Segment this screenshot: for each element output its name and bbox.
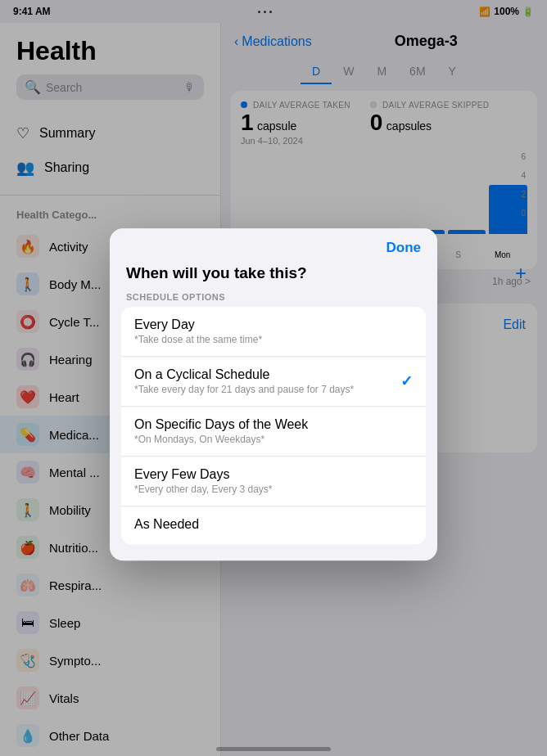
- option-cyclical[interactable]: On a Cyclical Schedule *Take every day f…: [121, 357, 426, 407]
- option-subtitle: *Every other day, Every 3 days*: [134, 484, 413, 495]
- option-title: On Specific Days of the Week: [134, 417, 413, 432]
- app-background: 9:41 AM 📶 100% 🔋 Health 🔍 Search 🎙 ♡ Sum…: [0, 0, 547, 756]
- option-subtitle: *On Mondays, On Weekdays*: [134, 434, 413, 445]
- option-every-few-days[interactable]: Every Few Days *Every other day, Every 3…: [121, 457, 426, 506]
- option-subtitle: *Take every day for 21 days and pause fo…: [134, 384, 413, 395]
- option-title: Every Day: [134, 317, 413, 332]
- option-every-day[interactable]: Every Day *Take dose at the same time*: [121, 307, 426, 357]
- option-title: As Needed: [134, 517, 413, 532]
- option-title: Every Few Days: [134, 467, 413, 482]
- option-as-needed[interactable]: As Needed: [121, 506, 426, 544]
- done-button[interactable]: Done: [387, 240, 422, 256]
- modal-header: Done: [110, 228, 437, 256]
- checkmark-icon: ✓: [400, 372, 413, 390]
- option-subtitle: *Take dose at the same time*: [134, 334, 413, 345]
- modal-question: When will you take this?: [110, 256, 437, 286]
- modal-section-label: SCHEDULE OPTIONS: [110, 286, 437, 307]
- schedule-modal: Done When will you take this? SCHEDULE O…: [110, 228, 437, 560]
- options-list: Every Day *Take dose at the same time* O…: [121, 307, 426, 544]
- option-specific-days[interactable]: On Specific Days of the Week *On Mondays…: [121, 407, 426, 457]
- option-title: On a Cyclical Schedule: [134, 367, 413, 382]
